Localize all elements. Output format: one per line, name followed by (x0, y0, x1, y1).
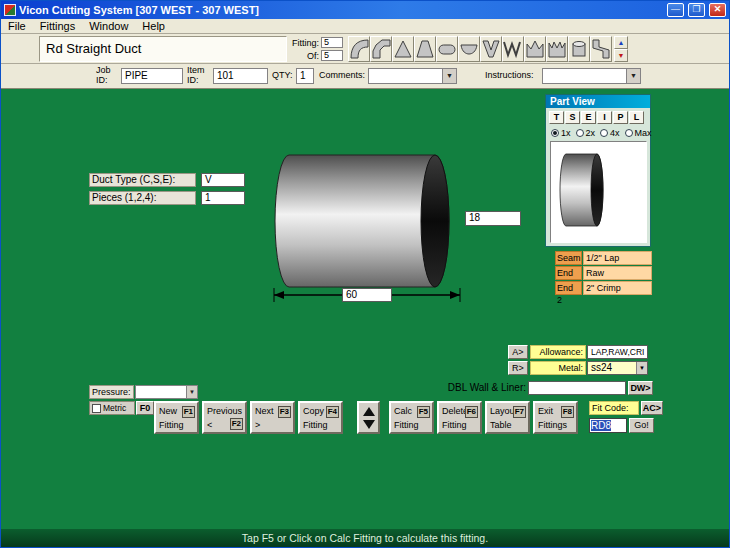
fitting-cone-icon[interactable] (414, 36, 436, 62)
exit-fittings-button[interactable]: Exit Fittings F8 (533, 401, 578, 434)
end2-label: End 2 (555, 281, 582, 295)
new-fitting-button[interactable]: New Fitting F1 (154, 401, 199, 434)
zoom-4x-radio[interactable]: 4x (600, 128, 620, 138)
diameter-field[interactable]: 18 (465, 211, 521, 226)
ac-button[interactable]: AC> (641, 401, 663, 415)
metric-checkbox[interactable] (92, 404, 101, 413)
metal-r-button[interactable]: R> (508, 361, 528, 375)
end2-value[interactable]: 2" Crimp (583, 281, 652, 295)
previous-fitting-button[interactable]: Previous < F2 (202, 401, 247, 434)
seam-label: Seam (555, 251, 582, 265)
allowance-label: Allowance: (530, 345, 586, 359)
metric-checkbox-group: Metric (89, 401, 135, 415)
fit-code-field[interactable]: RD8 (589, 418, 627, 433)
allowance-field[interactable]: LAP,RAW,CRI (587, 345, 648, 359)
fitting-of-field[interactable]: 5 (321, 50, 343, 61)
duct-type-label: Duct Type (C,S,E): (89, 173, 196, 187)
duct-cylinder-drawing (261, 147, 463, 297)
part-view-title[interactable]: Part View (546, 95, 650, 108)
fit-code-label: Fit Code: (589, 401, 639, 415)
calc-fitting-button[interactable]: Calc Fitting F5 (389, 401, 434, 434)
spinner-up-icon[interactable]: ▲ (614, 36, 628, 49)
fitting-counter: Fitting: 5 Of: 5 (289, 36, 347, 62)
length-dimension: 60 (271, 287, 463, 303)
dbl-wall-field[interactable] (528, 381, 626, 395)
title-bar: Vicon Cutting System [307 WEST - 307 WES… (1, 1, 729, 19)
zoom-1x-radio[interactable]: 1x (551, 128, 571, 138)
pressure-dropdown[interactable]: ▼ (135, 385, 198, 399)
zoom-2x-radio[interactable]: 2x (576, 128, 596, 138)
item-id-field[interactable]: 101 (213, 68, 268, 84)
pressure-dropdown-arrow-icon[interactable]: ▼ (186, 386, 197, 398)
qty-field[interactable]: 1 (296, 68, 314, 84)
close-button[interactable]: ✕ (709, 3, 726, 17)
job-id-label: Job ID: (96, 66, 120, 86)
drawing-area: Duct Type (C,S,E): V Pieces (1,2,4): 1 (1, 89, 729, 529)
fitting-multi-crown-icon[interactable] (546, 36, 568, 62)
seam-value[interactable]: 1/2" Lap (583, 251, 652, 265)
menu-file[interactable]: File (1, 19, 33, 34)
fitting-gored-elbow-icon[interactable] (370, 36, 392, 62)
delete-fitting-button[interactable]: Delete Fitting F6 (437, 401, 482, 434)
job-toolbar: Job ID: PIPE Item ID: 101 QTY: 1 Comment… (1, 64, 729, 89)
next-fitting-button[interactable]: Next > F3 (250, 401, 295, 434)
minimize-button[interactable]: — (667, 3, 684, 17)
pressure-label: Pressure: (89, 385, 134, 399)
fitting-vee-icon[interactable] (480, 36, 502, 62)
fitting-number-field[interactable]: 5 (321, 37, 343, 48)
menu-fittings[interactable]: Fittings (33, 19, 82, 34)
menu-window[interactable]: Window (82, 19, 135, 34)
metal-dropdown[interactable]: ss24 ▼ (587, 361, 648, 375)
status-bar: Tap F5 or Click on Calc Fitting to calcu… (1, 529, 729, 547)
go-button[interactable]: Go! (629, 418, 654, 433)
maximize-button[interactable]: ❐ (688, 3, 705, 17)
view-end-button[interactable]: E (581, 111, 596, 124)
fitting-elbow-icon[interactable] (348, 36, 370, 62)
comments-label: Comments: (319, 71, 365, 81)
metal-dropdown-arrow-icon[interactable]: ▼ (636, 362, 647, 374)
instructions-dropdown[interactable]: ▼ (542, 68, 641, 84)
fitting-zigzag-icon[interactable] (502, 36, 524, 62)
fitting-cylinder-icon[interactable] (568, 36, 590, 62)
instructions-label: Instructions: (485, 71, 534, 81)
comments-dropdown-arrow-icon[interactable]: ▼ (442, 69, 456, 83)
zoom-max-radio[interactable]: Max (625, 128, 652, 138)
flip-direction-button[interactable] (357, 401, 380, 434)
end2-spec-row: End 2 2" Crimp (555, 281, 652, 295)
radio-icon (625, 129, 633, 137)
spinner-down-icon[interactable]: ▼ (614, 49, 628, 62)
view-side-button[interactable]: S (565, 111, 580, 124)
view-iso-button[interactable]: I (597, 111, 612, 124)
end1-value[interactable]: Raw (583, 266, 652, 280)
instructions-dropdown-arrow-icon[interactable]: ▼ (626, 69, 640, 83)
app-window: Vicon Cutting System [307 WEST - 307 WES… (0, 0, 730, 548)
item-id-label: Item ID: (187, 66, 213, 86)
radio-icon (576, 129, 584, 137)
metric-label: Metric (103, 403, 126, 413)
fitting-offset-icon[interactable] (590, 36, 612, 62)
fitting-crown-icon[interactable] (524, 36, 546, 62)
radio-icon (600, 129, 608, 137)
duct-type-field[interactable]: V (201, 173, 245, 187)
dw-button[interactable]: DW> (628, 381, 653, 395)
length-field[interactable]: 60 (342, 288, 392, 302)
f0-button[interactable]: F0 (136, 401, 154, 415)
fitting-flat-oval-icon[interactable] (436, 36, 458, 62)
fitting-number-label: Fitting: (289, 38, 321, 48)
job-id-field[interactable]: PIPE (121, 68, 183, 84)
radio-selected-icon (551, 129, 559, 137)
part-preview-cylinder (555, 148, 611, 236)
allowance-a-button[interactable]: A> (508, 345, 528, 359)
view-part-button[interactable]: P (613, 111, 628, 124)
dbl-wall-label: DBL Wall & Liner: (441, 382, 526, 393)
fitting-type-icon-row (348, 36, 612, 62)
view-top-button[interactable]: T (549, 111, 564, 124)
comments-dropdown[interactable]: ▼ (368, 68, 457, 84)
fitting-pan-icon[interactable] (458, 36, 480, 62)
pieces-field[interactable]: 1 (201, 191, 245, 205)
fitting-taper-icon[interactable] (392, 36, 414, 62)
copy-fitting-button[interactable]: Copy Fitting F4 (298, 401, 343, 434)
menu-help[interactable]: Help (135, 19, 172, 34)
view-layout-button[interactable]: L (629, 111, 644, 124)
layout-table-button[interactable]: Layout Table F7 (485, 401, 530, 434)
